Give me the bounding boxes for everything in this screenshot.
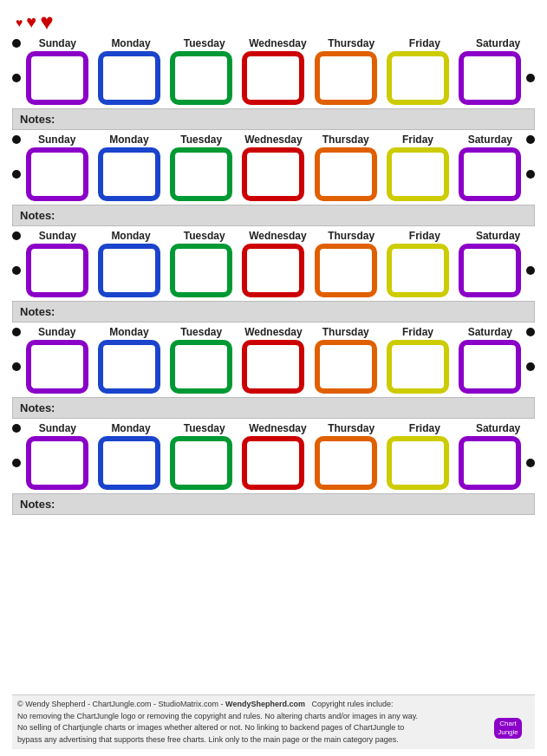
week-1-day-wednesday-label: Wednesday <box>244 37 311 49</box>
week-1-box-thursday <box>315 51 377 105</box>
week-4-day-wednesday-label: Wednesday <box>239 326 307 338</box>
week-3-day-friday-label: Friday <box>391 230 459 242</box>
week-4-box-thursday <box>315 340 377 394</box>
week-2-box-saturday <box>459 147 521 201</box>
week-4-notes-bar: Notes: <box>12 397 535 419</box>
week-3-boxes-dot-left <box>12 266 21 275</box>
week-4-box-sunday <box>26 340 88 394</box>
week-2-notes-bar: Notes: <box>12 205 535 226</box>
week-2-box-sunday <box>26 147 88 201</box>
week-2-boxes-dot-right <box>526 170 535 179</box>
week-4-box-monday <box>98 340 160 394</box>
heart-medium-icon: ♥ <box>26 12 36 32</box>
week-3-box-saturday <box>459 244 521 297</box>
week-3-day-headers: SundayMondayTuesdayWednesdayThursdayFrid… <box>21 230 535 242</box>
week-2-box-tuesday <box>170 147 232 201</box>
week-3-boxes <box>21 244 526 297</box>
week-5-day-saturday-label: Saturday <box>465 422 532 434</box>
week-2-day-headers: SundayMondayTuesdayWednesdayThursdayFrid… <box>21 134 526 146</box>
week-4-boxes <box>21 340 526 394</box>
week-4-day-friday-label: Friday <box>384 326 452 338</box>
week-1-boxes-dot-left <box>12 74 21 82</box>
week-4-box-tuesday <box>170 340 232 394</box>
week-4-box-friday <box>387 340 449 394</box>
week-5-header-row: SundayMondayTuesdayWednesdayThursdayFrid… <box>12 422 535 434</box>
week-1-notes-bar: Notes: <box>12 108 535 130</box>
week-1-box-tuesday <box>170 51 232 105</box>
week-5-boxes <box>21 436 526 490</box>
week-2-day-saturday-label: Saturday <box>456 134 524 146</box>
week-5-day-wednesday-label: Wednesday <box>244 422 311 434</box>
week-4-header-row: SundayMondayTuesdayWednesdayThursdayFrid… <box>12 326 535 338</box>
week-2-box-wednesday <box>242 147 304 201</box>
week-3-day-tuesday-label: Tuesday <box>171 230 238 242</box>
week-3-box-monday <box>98 244 160 297</box>
week-2-boxes-dot-left <box>12 170 21 179</box>
week-1-boxes-dot-right <box>526 74 535 82</box>
week-4-dot-left <box>12 328 21 336</box>
week-1-day-headers: SundayMondayTuesdayWednesdayThursdayFrid… <box>21 37 535 49</box>
week-1-header-row: SundayMondayTuesdayWednesdayThursdayFrid… <box>12 37 535 49</box>
footer-logo: ChartJungle <box>486 711 530 746</box>
week-3-day-saturday-label: Saturday <box>465 230 532 242</box>
week-5-day-monday-label: Monday <box>97 422 165 434</box>
week-2-day-tuesday-label: Tuesday <box>167 134 235 146</box>
week-2-dot-left <box>12 135 21 144</box>
week-3-boxes-row <box>12 244 535 297</box>
footer: © Wendy Shepherd - ChartJungle.com - Stu… <box>12 694 535 749</box>
week-4-box-saturday <box>459 340 521 394</box>
week-5-dot-left <box>12 424 21 433</box>
week-4-day-saturday-label: Saturday <box>456 326 524 338</box>
week-1-day-friday-label: Friday <box>391 37 459 49</box>
week-4-box-wednesday <box>242 340 304 394</box>
week-2-box-friday <box>387 147 449 201</box>
week-1-box-saturday <box>459 51 521 105</box>
week-3-box-thursday <box>315 244 377 297</box>
week-2-boxes <box>21 147 526 201</box>
week-1-day-monday-label: Monday <box>97 37 165 49</box>
week-2-header-row: SundayMondayTuesdayWednesdayThursdayFrid… <box>12 134 535 146</box>
week-2-day-monday-label: Monday <box>95 134 163 146</box>
week-3-day-wednesday-label: Wednesday <box>244 230 311 242</box>
week-3-box-friday <box>387 244 449 297</box>
week-4-boxes-dot-left <box>12 362 21 371</box>
week-5-day-tuesday-label: Tuesday <box>171 422 238 434</box>
week-3-header-row: SundayMondayTuesdayWednesdayThursdayFrid… <box>12 230 535 242</box>
week-5-box-friday <box>387 436 449 490</box>
week-4-day-monday-label: Monday <box>95 326 163 338</box>
week-4-boxes-row <box>12 340 535 394</box>
week-2-dot-right <box>526 135 535 144</box>
week-2-day-wednesday-label: Wednesday <box>239 134 307 146</box>
week-2-day-sunday-label: Sunday <box>23 134 91 146</box>
week-1-day-tuesday-label: Tuesday <box>171 37 238 49</box>
week-3-box-tuesday <box>170 244 232 297</box>
week-5-boxes-dot-right <box>526 459 535 467</box>
week-5-boxes-row <box>12 436 535 490</box>
week-5-day-sunday-label: Sunday <box>23 422 91 434</box>
week-5-box-sunday <box>26 436 88 490</box>
heart-big-icon: ♥ <box>40 9 53 36</box>
hearts-decoration: ♥ ♥ ♥ <box>16 9 54 36</box>
page: ♥ ♥ ♥ SundayMondayTuesdayWednesdayThursd… <box>0 0 547 756</box>
week-1-box-friday <box>387 51 449 105</box>
week-2-box-thursday <box>315 147 377 201</box>
week-4-day-tuesday-label: Tuesday <box>167 326 235 338</box>
week-1: SundayMondayTuesdayWednesdayThursdayFrid… <box>12 37 535 130</box>
week-3-boxes-dot-right <box>526 266 535 275</box>
week-1-boxes-row <box>12 51 535 105</box>
week-2-boxes-row <box>12 147 535 201</box>
week-1-boxes <box>21 51 526 105</box>
week-2-day-friday-label: Friday <box>384 134 452 146</box>
week-3-day-sunday-label: Sunday <box>23 230 91 242</box>
week-1-dot-left <box>12 39 21 48</box>
week-3-notes-bar: Notes: <box>12 301 535 323</box>
week-4-day-headers: SundayMondayTuesdayWednesdayThursdayFrid… <box>21 326 526 338</box>
week-5-box-tuesday <box>170 436 232 490</box>
week-1-day-thursday-label: Thursday <box>317 37 385 49</box>
week-1-box-monday <box>98 51 160 105</box>
week-4-day-sunday-label: Sunday <box>23 326 91 338</box>
week-4: SundayMondayTuesdayWednesdayThursdayFrid… <box>12 326 535 419</box>
week-5: SundayMondayTuesdayWednesdayThursdayFrid… <box>12 422 535 515</box>
week-4-day-thursday-label: Thursday <box>312 326 380 338</box>
week-5-day-thursday-label: Thursday <box>317 422 385 434</box>
